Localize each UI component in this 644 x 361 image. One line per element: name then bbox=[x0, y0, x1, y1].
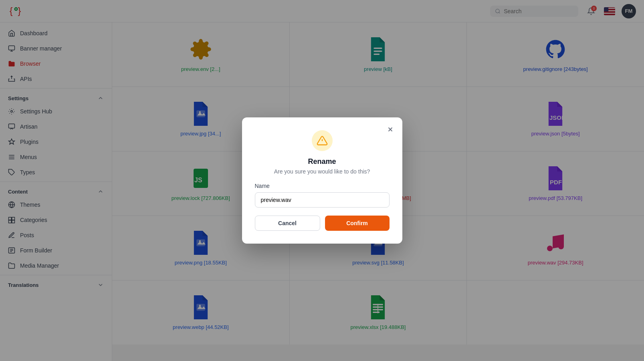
rename-modal: Rename Are you sure you would like to do… bbox=[242, 117, 402, 244]
modal-title: Rename bbox=[255, 157, 390, 166]
modal-buttons: Cancel Confirm bbox=[255, 216, 390, 231]
modal-subtitle: Are you sure you would like to do this? bbox=[255, 168, 390, 175]
modal-icon-wrap bbox=[255, 130, 390, 151]
modal-overlay[interactable]: Rename Are you sure you would like to do… bbox=[0, 0, 644, 361]
modal-close-button[interactable] bbox=[385, 124, 396, 135]
close-icon bbox=[387, 126, 394, 133]
confirm-button[interactable]: Confirm bbox=[325, 216, 390, 231]
modal-name-label: Name bbox=[255, 183, 390, 189]
modal-warning-icon bbox=[312, 130, 333, 151]
cancel-button[interactable]: Cancel bbox=[255, 216, 320, 231]
alert-triangle-icon bbox=[317, 135, 328, 146]
rename-input[interactable] bbox=[255, 192, 390, 208]
